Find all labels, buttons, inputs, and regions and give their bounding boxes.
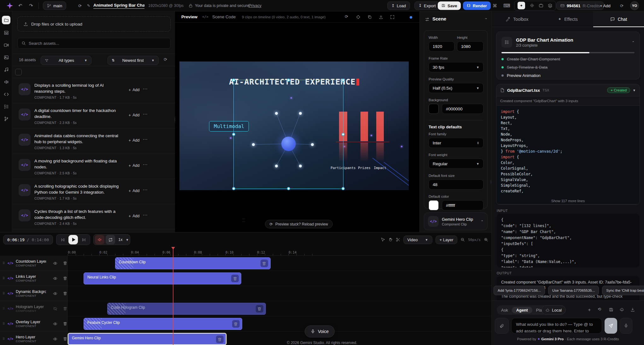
timeline-clip[interactable]: Countdown Clip	[115, 257, 271, 269]
mic-button[interactable]	[620, 318, 632, 334]
tab-preview[interactable]: Preview	[181, 15, 197, 19]
cloud-upload-icon[interactable]	[620, 307, 624, 312]
clip-delete-icon[interactable]	[256, 305, 263, 313]
tab-effects[interactable]: ✦ Effects	[542, 11, 593, 27]
width-input[interactable]: 1920	[429, 41, 454, 51]
drag-handle-icon[interactable]: ⠿	[3, 277, 5, 279]
chevron-down-icon[interactable]: ▼	[126, 238, 129, 242]
layer-visibility-icon[interactable]	[53, 322, 57, 326]
suggestion-chip[interactable]: Add 'lyria-177066247156...	[494, 286, 545, 295]
asset-add-button[interactable]: ＋ Add	[128, 213, 140, 219]
asset-more-button[interactable]: ⋯	[143, 111, 148, 128]
plan-item[interactable]: Setup Timeline & Data	[501, 65, 635, 70]
timeline-ruler[interactable]: 0:000:020:040:060:080:100:120:14	[67, 247, 491, 256]
zoom-out-icon[interactable]	[460, 237, 465, 242]
speed-label[interactable]: 1x	[116, 237, 124, 242]
rail-music[interactable]	[2, 65, 10, 74]
input-json-block[interactable]: { "code": "[132 lines]", "name": "GDP Ba…	[497, 214, 639, 267]
reload-preview-button[interactable]: ⟳Preview stuck? Reload preview	[265, 220, 333, 228]
layer-visibility-icon[interactable]	[53, 291, 57, 296]
edit-title-icon[interactable]: ✎	[87, 3, 90, 8]
rail-components[interactable]	[2, 28, 10, 37]
show-more-lines[interactable]: Show 117 more lines	[496, 197, 640, 204]
center-view-icon[interactable]	[356, 15, 360, 19]
suggestion-chip[interactable]: Sync the 'Chill trap beat' .	[602, 286, 644, 295]
tab-scene-code[interactable]: Scene Code	[212, 15, 236, 19]
layer-row[interactable]: ⠿</>Overlay LayerCOMPONENT	[0, 316, 67, 331]
height-input[interactable]: 1080	[457, 41, 483, 51]
layer-delete-icon[interactable]	[63, 276, 67, 280]
background-hex-input[interactable]: #000000	[442, 104, 483, 114]
export-button[interactable]: ↧Export	[414, 1, 440, 10]
layer-visibility-icon[interactable]	[53, 276, 57, 281]
preview-quality-select[interactable]: Half (0.5x)▼	[429, 83, 483, 93]
chat-input[interactable]: What would you like to do? — Type @ to a…	[511, 318, 602, 334]
fullscreen-icon[interactable]	[390, 15, 395, 19]
suggestion-chip[interactable]: Use 'banana-177065535...	[548, 286, 599, 295]
panel-resize-handle[interactable]: ⋮⋮	[489, 180, 492, 184]
rail-images[interactable]	[2, 53, 10, 61]
clip-delete-icon[interactable]	[232, 320, 240, 328]
clip-delete-icon[interactable]	[231, 275, 239, 282]
save-button[interactable]: Save	[438, 1, 461, 10]
track-type-select[interactable]: Video▼	[403, 236, 432, 244]
undo-icon[interactable]: ↶	[18, 3, 22, 9]
asset-item[interactable]: </>Cycles through a list of tech feature…	[12, 204, 175, 230]
ai-sparkle-icon[interactable]: ✦	[518, 2, 525, 9]
rail-audio[interactable]	[2, 78, 10, 86]
plan-item[interactable]: Create Bar Chart Component	[501, 57, 635, 61]
asset-more-button[interactable]: ⋯	[143, 86, 148, 103]
layer-row[interactable]: ⠿</>Links LayerCOMPONENT	[0, 271, 67, 286]
asset-add-button[interactable]: ＋ Add	[128, 188, 140, 194]
credits-display[interactable]: 994561 R-Credits	[556, 1, 604, 10]
timeline-resize-handle[interactable]: ⋮⋮	[243, 218, 244, 223]
font-size-input[interactable]: 48	[429, 179, 483, 190]
selected-clip-card[interactable]: </> Gemini Hero Clip Component Clip ⌃	[424, 213, 488, 230]
rail-tasks[interactable]	[2, 102, 10, 111]
download-chat-icon[interactable]	[630, 307, 635, 312]
asset-more-button[interactable]: ⋯	[143, 187, 148, 204]
history-icon[interactable]: ⟲	[598, 307, 601, 312]
collapse-icon[interactable]: ⌃	[632, 41, 635, 44]
rail-assets-folder[interactable]	[2, 16, 10, 24]
skip-start-button[interactable]	[58, 235, 67, 244]
layer-visibility-icon[interactable]	[53, 261, 57, 266]
sort-select[interactable]: ⇅Newest first▼	[108, 56, 159, 65]
playhead[interactable]	[173, 247, 173, 345]
asset-more-button[interactable]: ⋯	[143, 137, 148, 154]
play-button[interactable]	[68, 235, 78, 244]
rail-versions[interactable]	[2, 114, 10, 123]
new-chat-icon[interactable]: ＋	[587, 307, 592, 313]
hand-tool-icon[interactable]	[388, 237, 393, 242]
selection-handle[interactable]	[342, 187, 345, 190]
background-swatch[interactable]	[429, 104, 439, 114]
drag-handle-icon[interactable]: ⠿	[3, 292, 5, 295]
asset-add-button[interactable]: ＋ Add	[128, 137, 140, 143]
asset-more-button[interactable]: ⋯	[143, 212, 148, 229]
layers-icon[interactable]	[548, 3, 553, 8]
asset-item[interactable]: </>Animated data cables connecting the c…	[12, 129, 175, 154]
copy-button[interactable]: Copy	[496, 204, 640, 205]
panel-resize-handle[interactable]: ⋮⋮⋮	[173, 117, 176, 122]
default-color-swatch[interactable]	[429, 200, 439, 210]
timeline-clip[interactable]: Feature Cycler Clip	[84, 318, 242, 330]
reload-preview-icon[interactable]: ⟳	[345, 14, 348, 19]
asset-item[interactable]: </>A digital countdown timer for the hac…	[12, 103, 175, 129]
loop-button[interactable]	[106, 235, 115, 244]
mode-tab-ask[interactable]: Ask	[497, 307, 512, 313]
plan-card[interactable]: GDP Bar Chart Animation 2/3 complete ⌃ C…	[496, 32, 640, 79]
asset-add-button[interactable]: ＋ Add	[128, 162, 140, 169]
layer-delete-icon[interactable]	[63, 307, 67, 311]
collapse-icon[interactable]: ⌃	[485, 18, 487, 21]
drag-handle-icon[interactable]: ⠿	[3, 323, 5, 325]
timeline-clip[interactable]: Neural Links Clip	[84, 272, 241, 284]
download-icon[interactable]	[379, 15, 383, 19]
drag-handle-icon[interactable]: ⠿	[3, 307, 5, 310]
layer-delete-icon[interactable]	[63, 261, 67, 265]
skip-end-button[interactable]	[79, 235, 89, 244]
asset-item[interactable]: </>A moving grid background with floatin…	[12, 154, 175, 179]
asset-more-button[interactable]: ⋯	[143, 162, 148, 179]
selection-handle[interactable]	[342, 133, 345, 136]
tv-icon[interactable]	[539, 3, 543, 8]
plan-item[interactable]: Preview Animation	[501, 73, 635, 78]
